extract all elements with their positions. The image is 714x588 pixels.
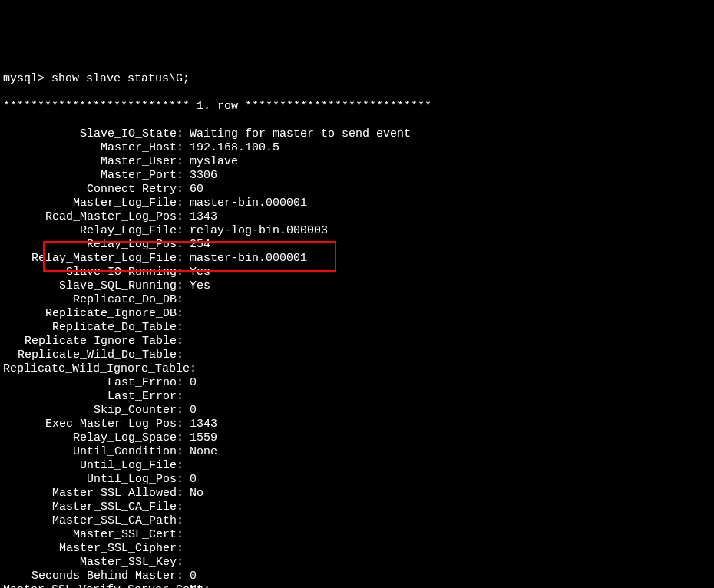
field-value bbox=[187, 514, 190, 528]
status-row: Replicate_Wild_Ignore_Table: bbox=[3, 362, 711, 376]
status-row: Master_SSL_CA_File: bbox=[3, 500, 711, 514]
field-label: Master_SSL_CA_Path: bbox=[3, 514, 187, 528]
field-value: No bbox=[187, 583, 203, 588]
field-value: master-bin.000001 bbox=[187, 197, 307, 210]
field-value: Yes bbox=[187, 279, 210, 293]
status-row: Replicate_Do_DB: bbox=[3, 293, 711, 307]
field-value: No bbox=[187, 487, 203, 500]
field-value: 60 bbox=[187, 183, 203, 197]
field-value: 192.168.100.5 bbox=[187, 141, 279, 155]
field-value bbox=[187, 542, 190, 556]
field-value bbox=[187, 293, 190, 307]
field-value: master-bin.000001 bbox=[187, 252, 307, 266]
status-row: Seconds_Behind_Master:0 bbox=[3, 570, 711, 583]
status-row: Master_Log_File:master-bin.000001 bbox=[3, 197, 711, 210]
field-label: Last_Error: bbox=[3, 390, 187, 404]
field-label: Until_Log_Pos: bbox=[3, 473, 187, 487]
field-value bbox=[187, 349, 190, 362]
field-label: Seconds_Behind_Master: bbox=[3, 570, 187, 583]
field-value: 3306 bbox=[187, 169, 217, 183]
field-label: Replicate_Wild_Ignore_Table: bbox=[3, 362, 187, 376]
field-value bbox=[187, 335, 190, 349]
field-value: 1343 bbox=[187, 418, 217, 431]
status-row: Skip_Counter:0 bbox=[3, 404, 711, 418]
field-value: 0 bbox=[187, 376, 197, 390]
status-row: Master_User:myslave bbox=[3, 155, 711, 169]
field-label: Replicate_Do_Table: bbox=[3, 321, 187, 335]
status-row: Slave_SQL_Running:Yes bbox=[3, 279, 711, 293]
status-row: Until_Log_Pos:0 bbox=[3, 473, 711, 487]
status-row: Master_Port:3306 bbox=[3, 169, 711, 183]
field-value: myslave bbox=[187, 155, 238, 169]
field-label: Master_SSL_Cert: bbox=[3, 528, 187, 542]
field-label: Master_SSL_CA_File: bbox=[3, 500, 187, 514]
status-row: Master_SSL_Cert: bbox=[3, 528, 711, 542]
field-label: Master_SSL_Allowed: bbox=[3, 487, 187, 500]
field-label: Replicate_Ignore_Table: bbox=[3, 335, 187, 349]
status-row: Master_SSL_Cipher: bbox=[3, 542, 711, 556]
status-row: Master_Host:192.168.100.5 bbox=[3, 141, 711, 155]
status-row: Read_Master_Log_Pos:1343 bbox=[3, 210, 711, 224]
field-label: Replicate_Ignore_DB: bbox=[3, 307, 187, 321]
field-label: Skip_Counter: bbox=[3, 404, 187, 418]
field-label: Relay_Log_Pos: bbox=[3, 238, 187, 252]
field-label: Slave_SQL_Running: bbox=[3, 279, 187, 293]
field-label: Until_Log_File: bbox=[3, 459, 187, 473]
status-row: Master_SSL_Verify_Server_Cert:No bbox=[3, 583, 711, 588]
status-row: Last_Error: bbox=[3, 390, 711, 404]
field-label: Master_SSL_Cipher: bbox=[3, 542, 187, 556]
field-label: Master_SSL_Key: bbox=[3, 556, 187, 570]
field-label: Slave_IO_Running: bbox=[3, 266, 187, 279]
status-row: Slave_IO_Running:Yes bbox=[3, 266, 711, 279]
status-row: Replicate_Do_Table: bbox=[3, 321, 711, 335]
status-row: Until_Condition:None bbox=[3, 445, 711, 459]
field-value: 0 bbox=[187, 473, 197, 487]
status-row: Master_SSL_CA_Path: bbox=[3, 514, 711, 528]
field-value bbox=[187, 390, 190, 404]
row-header: *************************** 1. row *****… bbox=[3, 100, 711, 114]
field-label: Slave_IO_State: bbox=[3, 127, 187, 141]
field-label: Relay_Log_Space: bbox=[3, 431, 187, 445]
field-label: Connect_Retry: bbox=[3, 183, 187, 197]
field-label: Master_Port: bbox=[3, 169, 187, 183]
field-label: Master_Log_File: bbox=[3, 197, 187, 210]
status-row: Replicate_Ignore_Table: bbox=[3, 335, 711, 349]
field-value: 0 bbox=[187, 404, 197, 418]
field-value bbox=[187, 307, 190, 321]
terminal-output: mysql> show slave status\G; ************… bbox=[3, 58, 711, 588]
status-row: Relay_Master_Log_File:master-bin.000001 bbox=[3, 252, 711, 266]
field-value: relay-log-bin.000003 bbox=[187, 224, 328, 238]
status-row: Slave_IO_State:Waiting for master to sen… bbox=[3, 127, 711, 141]
field-label: Exec_Master_Log_Pos: bbox=[3, 418, 187, 431]
field-value: Yes bbox=[187, 266, 210, 279]
field-label: Relay_Log_File: bbox=[3, 224, 187, 238]
field-value: 0 bbox=[187, 570, 197, 583]
field-value bbox=[187, 362, 190, 376]
field-value bbox=[187, 528, 190, 542]
field-label: Read_Master_Log_Pos: bbox=[3, 210, 187, 224]
field-label: Replicate_Wild_Do_Table: bbox=[3, 349, 187, 362]
mysql-prompt[interactable]: mysql> show slave status\G; bbox=[3, 72, 711, 86]
field-label: Replicate_Do_DB: bbox=[3, 293, 187, 307]
status-row: Relay_Log_Pos:254 bbox=[3, 238, 711, 252]
field-value bbox=[187, 500, 190, 514]
field-label: Until_Condition: bbox=[3, 445, 187, 459]
field-value bbox=[187, 321, 190, 335]
status-row: Until_Log_File: bbox=[3, 459, 711, 473]
field-label: Last_Errno: bbox=[3, 376, 187, 390]
field-value bbox=[187, 556, 190, 570]
status-row: Relay_Log_Space:1559 bbox=[3, 431, 711, 445]
status-row: Replicate_Wild_Do_Table: bbox=[3, 349, 711, 362]
field-value: 1559 bbox=[187, 431, 217, 445]
field-label: Master_Host: bbox=[3, 141, 187, 155]
field-label: Master_User: bbox=[3, 155, 187, 169]
status-row: Last_Errno:0 bbox=[3, 376, 711, 390]
field-value: None bbox=[187, 445, 217, 459]
status-row: Replicate_Ignore_DB: bbox=[3, 307, 711, 321]
field-value bbox=[187, 459, 190, 473]
field-value: 254 bbox=[187, 238, 210, 252]
status-row: Master_SSL_Key: bbox=[3, 556, 711, 570]
field-value: Waiting for master to send event bbox=[187, 127, 411, 141]
status-row: Exec_Master_Log_Pos:1343 bbox=[3, 418, 711, 431]
status-row: Relay_Log_File:relay-log-bin.000003 bbox=[3, 224, 711, 238]
